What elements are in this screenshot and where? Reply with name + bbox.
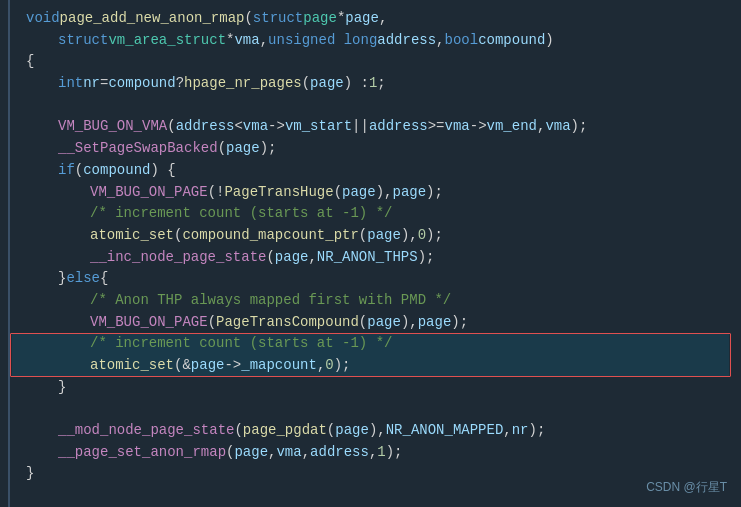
code-line: /* Anon THP always mapped first with PMD… [12,290,729,312]
code-line: VM_BUG_ON_PAGE(PageTransCompound(page), … [12,312,729,334]
code-line: { [12,51,729,73]
code-line: atomic_set(compound_mapcount_ptr(page), … [12,225,729,247]
code-line: void page_add_new_anon_rmap(struct page … [12,8,729,30]
code-lines: void page_add_new_anon_rmap(struct page … [12,8,729,485]
code-line: struct vm_area_struct *vma, unsigned lon… [12,30,729,52]
code-line: VM_BUG_ON_PAGE(!PageTransHuge(page), pag… [12,182,729,204]
watermark: CSDN @行星T [646,478,727,497]
code-line: __SetPageSwapBacked(page); [12,138,729,160]
code-line: __inc_node_page_state(page, NR_ANON_THPS… [12,247,729,269]
code-line: } [12,463,729,485]
code-line [12,95,729,117]
code-line: if (compound) { [12,160,729,182]
code-line: VM_BUG_ON_VMA(address < vma->vm_start ||… [12,116,729,138]
code-line: int nr = compound ? hpage_nr_pages(page)… [12,73,729,95]
code-line: atomic_set(&page->_mapcount, 0); [12,355,729,377]
indent-bar-main [8,0,10,507]
code-line: /* increment count (starts at -1) */ [12,203,729,225]
code-container: void page_add_new_anon_rmap(struct page … [0,0,741,507]
code-line [12,398,729,420]
code-line: } [12,377,729,399]
code-line: __page_set_anon_rmap(page, vma, address,… [12,442,729,464]
code-line: __mod_node_page_state(page_pgdat(page), … [12,420,729,442]
code-line: } else { [12,268,729,290]
code-line: /* increment count (starts at -1) */ [12,333,729,355]
